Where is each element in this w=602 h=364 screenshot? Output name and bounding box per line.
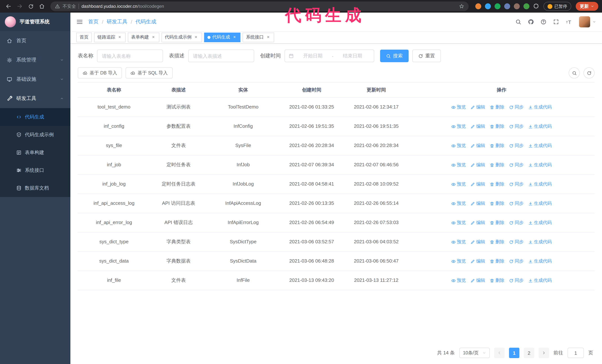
date-range-picker[interactable]: 开始日期 - 结束日期 [285,50,374,62]
generate-code-link[interactable]: 生成代码 [528,161,552,168]
extension-icon[interactable] [485,3,491,9]
page-size-select[interactable]: 10条/页 [459,348,490,358]
extension-icon[interactable] [494,3,500,9]
sync-link[interactable]: 同步 [509,123,524,130]
github-icon[interactable] [528,19,534,25]
table-desc-input[interactable] [188,50,254,62]
font-size-icon[interactable] [566,19,572,25]
update-button[interactable]: 更新 [576,2,598,11]
preview-link[interactable]: 预览 [452,104,466,111]
toggle-search-button[interactable] [569,67,580,79]
table-name-input[interactable] [97,50,163,62]
preview-link[interactable]: 预览 [452,142,466,149]
preview-link[interactable]: 预览 [452,239,466,246]
import-db-button[interactable]: 基于 DB 导入 [78,67,122,79]
extensions-puzzle-icon[interactable] [533,3,539,9]
next-page-button[interactable] [539,348,549,358]
sync-link[interactable]: 同步 [509,258,524,265]
preview-link[interactable]: 预览 [452,219,466,226]
sync-link[interactable]: 同步 [509,104,524,111]
delete-link[interactable]: 删除 [490,181,504,188]
generate-code-link[interactable]: 生成代码 [528,181,552,188]
close-icon[interactable]: × [117,35,122,40]
generate-code-link[interactable]: 生成代码 [528,239,552,246]
sync-link[interactable]: 同步 [509,277,524,284]
preview-link[interactable]: 预览 [452,277,466,284]
delete-link[interactable]: 删除 [490,258,504,265]
edit-link[interactable]: 编辑 [471,239,485,246]
sidebar-item-system-management[interactable]: 系统管理 [0,50,70,70]
sidebar-item-infrastructure[interactable]: 基础设施 [0,70,70,89]
tab-codegen-example[interactable]: 代码生成示例× [161,32,202,42]
import-sql-button[interactable]: 基于 SQL 导入 [126,67,173,79]
user-menu[interactable] [579,16,596,27]
sidebar-item-database-doc[interactable]: 数据库文档 [0,179,70,197]
browser-home-button[interactable] [37,1,47,11]
sync-link[interactable]: 同步 [509,219,524,226]
delete-link[interactable]: 删除 [490,239,504,246]
preview-link[interactable]: 预览 [452,123,466,130]
extension-icon[interactable] [514,3,520,9]
generate-code-link[interactable]: 生成代码 [528,219,552,226]
fullscreen-icon[interactable] [553,19,559,25]
preview-link[interactable]: 预览 [452,258,466,265]
browser-forward-button[interactable] [15,1,24,11]
sync-link[interactable]: 同步 [509,142,524,149]
extension-icon[interactable] [523,3,529,9]
sync-link[interactable]: 同步 [509,239,524,246]
tab-home[interactable]: 首页 [76,32,92,42]
paused-badge[interactable]: 已暂停 [543,2,571,11]
browser-back-button[interactable] [4,1,13,11]
tab-form-builder[interactable]: 表单构建× [128,32,159,42]
bookmark-star-icon[interactable] [459,4,464,9]
delete-link[interactable]: 删除 [490,142,504,149]
edit-link[interactable]: 编辑 [471,258,485,265]
generate-code-link[interactable]: 生成代码 [528,200,552,207]
sidebar-item-dev-tools[interactable]: 研发工具 [0,89,70,108]
refresh-table-button[interactable] [583,67,595,79]
sidebar-item-codegen-example[interactable]: 代码生成示例 [0,126,70,144]
generate-code-link[interactable]: 生成代码 [528,142,552,149]
close-icon[interactable]: × [194,35,199,40]
sync-link[interactable]: 同步 [509,181,524,188]
delete-link[interactable]: 删除 [490,104,504,111]
preview-link[interactable]: 预览 [452,161,466,168]
preview-link[interactable]: 预览 [452,200,466,207]
edit-link[interactable]: 编辑 [471,142,485,149]
browser-reload-button[interactable] [26,1,36,11]
breadcrumb-home[interactable]: 首页 [88,19,98,25]
generate-code-link[interactable]: 生成代码 [528,258,552,265]
edit-link[interactable]: 编辑 [471,161,485,168]
edit-link[interactable]: 编辑 [471,123,485,130]
close-icon[interactable]: × [232,35,237,40]
generate-code-link[interactable]: 生成代码 [528,277,552,284]
extension-icon[interactable] [475,3,481,9]
tab-trace[interactable]: 链路追踪× [94,32,126,42]
reset-button[interactable]: 重置 [412,50,441,62]
sidebar-item-home[interactable]: 首页 [0,31,70,50]
close-icon[interactable]: × [151,35,156,40]
search-button[interactable]: 搜索 [380,50,408,62]
goto-page-input[interactable] [568,348,584,358]
generate-code-link[interactable]: 生成代码 [528,123,552,130]
sidebar-item-form-builder[interactable]: 表单构建 [0,144,70,161]
sync-link[interactable]: 同步 [509,161,524,168]
delete-link[interactable]: 删除 [490,277,504,284]
app-logo[interactable]: 芋道管理系统 [0,13,70,31]
address-bar[interactable]: 不安全 dashboard.yudao.iocoder.cn/tool/code… [50,1,468,11]
sidebar-item-codegen[interactable]: 代码生成 [0,108,70,126]
edit-link[interactable]: 编辑 [471,181,485,188]
sidebar-item-system-api[interactable]: 系统接口 [0,161,70,179]
search-icon[interactable] [515,19,521,25]
delete-link[interactable]: 删除 [490,123,504,130]
edit-link[interactable]: 编辑 [471,104,485,111]
preview-link[interactable]: 预览 [452,181,466,188]
tab-system-api[interactable]: 系统接口× [243,32,274,42]
extension-icon[interactable] [504,3,510,9]
sidebar-collapse-button[interactable] [76,19,83,25]
page-2-button[interactable]: 2 [524,348,534,358]
sync-link[interactable]: 同步 [509,200,524,207]
edit-link[interactable]: 编辑 [471,200,485,207]
close-icon[interactable]: × [266,35,271,40]
tab-codegen[interactable]: 代码生成× [204,32,240,42]
